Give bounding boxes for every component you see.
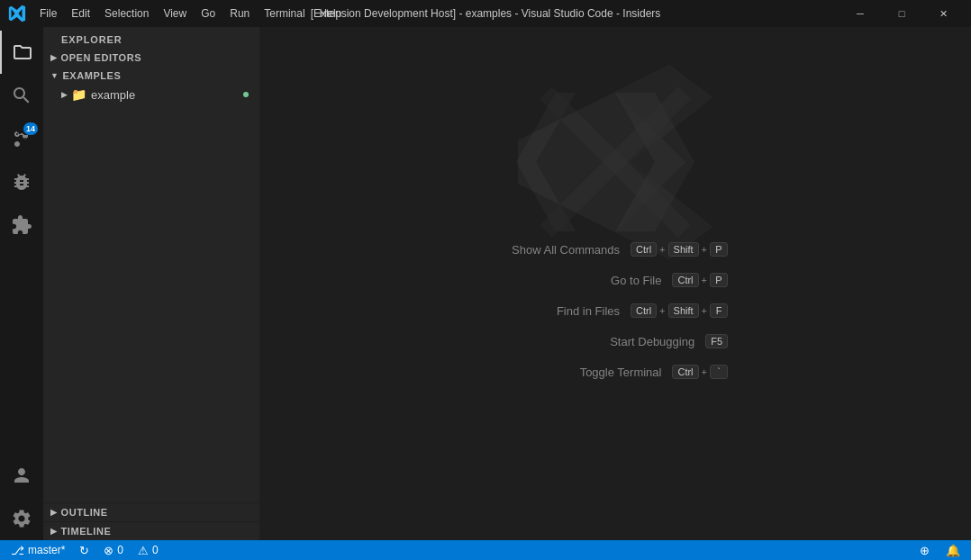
- key-shift-2: Shift: [668, 303, 699, 318]
- key-f5: F5: [705, 334, 728, 348]
- tree-item-example[interactable]: ▶ 📁 example: [43, 85, 259, 104]
- sidebar-section-examples[interactable]: ▼ EXAMPLES: [43, 67, 259, 85]
- shortcut-go-to-file: Go to File Ctrl + P: [503, 273, 728, 287]
- debug-icon: [11, 171, 32, 193]
- activity-item-search[interactable]: [0, 74, 43, 117]
- maximize-button[interactable]: □: [881, 0, 922, 27]
- minimize-button[interactable]: ─: [839, 0, 881, 27]
- key-shift: Shift: [668, 242, 699, 257]
- shortcuts-container: Show All Commands Ctrl + Shift + P Go to…: [503, 242, 728, 379]
- open-editors-label: OPEN EDITORS: [61, 52, 142, 63]
- chevron-right-icon-outline: ▶: [50, 508, 58, 517]
- timeline-label: TIMELINE: [61, 526, 112, 537]
- shortcut-label-toggle-terminal: Toggle Terminal: [544, 366, 661, 379]
- menu-go[interactable]: Go: [194, 4, 222, 23]
- sidebar-bottom: ▶ OUTLINE ▶ TIMELINE: [43, 502, 259, 540]
- shortcut-toggle-terminal: Toggle Terminal Ctrl + `: [503, 365, 728, 379]
- outline-label: OUTLINE: [61, 507, 108, 518]
- menu-selection[interactable]: Selection: [97, 4, 156, 23]
- accounts-icon: [11, 465, 32, 486]
- key-ctrl: Ctrl: [631, 242, 657, 257]
- key-f: F: [710, 303, 728, 318]
- menu-file[interactable]: File: [32, 4, 64, 23]
- shortcut-label-start-debugging: Start Debugging: [577, 335, 694, 348]
- statusbar-remote[interactable]: ⊕: [916, 540, 933, 560]
- branch-label: master*: [28, 544, 65, 556]
- key-ctrl-3: Ctrl: [631, 303, 657, 318]
- editor-logo: [507, 54, 723, 273]
- warning-count: 0: [152, 544, 159, 556]
- shortcut-keys-toggle-terminal: Ctrl + `: [672, 365, 728, 379]
- main-content: 14 EXPLORER ▶: [0, 27, 971, 540]
- search-icon: [11, 85, 32, 106]
- error-icon: ⊗: [104, 544, 113, 557]
- statusbar-sync[interactable]: ↻: [76, 540, 93, 560]
- warning-icon: ⚠: [138, 544, 149, 557]
- key-ctrl-4: Ctrl: [672, 365, 698, 379]
- files-icon: [12, 41, 33, 63]
- example-label: example: [91, 88, 135, 102]
- statusbar-right: ⊕ 🔔: [916, 540, 964, 560]
- explorer-section: ▶ OPEN EDITORS ▼ EXAMPLES ▶ 📁 example: [43, 49, 259, 502]
- menu-edit[interactable]: Edit: [64, 4, 97, 23]
- shortcut-label-go-to-file: Go to File: [544, 274, 661, 287]
- bell-icon: 🔔: [946, 544, 960, 557]
- statusbar-errors[interactable]: ⊗ 0: [100, 540, 127, 560]
- folder-icon: 📁: [71, 87, 86, 102]
- activity-item-extensions[interactable]: [0, 203, 43, 247]
- shortcut-label-show-all: Show All Commands: [503, 243, 620, 257]
- key-p-2: P: [710, 273, 728, 287]
- remote-icon: ⊕: [920, 544, 930, 557]
- sidebar-section-outline[interactable]: ▶ OUTLINE: [43, 502, 259, 521]
- menu-view[interactable]: View: [156, 4, 194, 23]
- modified-indicator: [243, 92, 249, 97]
- shortcut-find-in-files: Find in Files Ctrl + Shift + F: [503, 303, 728, 318]
- sidebar-section-open-editors[interactable]: ▶ OPEN EDITORS: [43, 49, 259, 67]
- chevron-right-icon: ▶: [50, 53, 58, 62]
- statusbar-branch[interactable]: ⎇ master*: [7, 540, 68, 560]
- key-p: P: [710, 242, 728, 257]
- branch-icon: ⎇: [11, 544, 24, 557]
- key-ctrl-2: Ctrl: [672, 273, 698, 287]
- chevron-down-icon: ▼: [50, 71, 59, 80]
- shortcut-keys-find-in-files: Ctrl + Shift + F: [631, 303, 728, 318]
- shortcut-show-all-commands: Show All Commands Ctrl + Shift + P: [503, 242, 728, 257]
- activity-item-source-control[interactable]: 14: [0, 117, 43, 160]
- shortcut-keys-start-debugging: F5: [705, 334, 728, 348]
- shortcut-keys-show-all: Ctrl + Shift + P: [631, 242, 728, 257]
- key-backtick: `: [710, 365, 728, 379]
- statusbar-notifications[interactable]: 🔔: [942, 540, 964, 560]
- statusbar: ⎇ master* ↻ ⊗ 0 ⚠ 0 ⊕ 🔔: [0, 540, 971, 560]
- settings-icon: [11, 508, 32, 529]
- menu-run[interactable]: Run: [222, 4, 257, 23]
- titlebar: File Edit Selection View Go Run Terminal…: [0, 0, 971, 27]
- shortcut-start-debugging: Start Debugging F5: [503, 334, 728, 348]
- titlebar-controls: ─ □ ✕: [839, 0, 964, 27]
- activity-bar: 14: [0, 27, 43, 540]
- expand-arrow-icon: ▶: [61, 90, 68, 99]
- examples-label: EXAMPLES: [62, 70, 121, 81]
- activity-item-debug[interactable]: [0, 160, 43, 203]
- chevron-right-icon-timeline: ▶: [50, 527, 58, 536]
- sidebar-section-timeline[interactable]: ▶ TIMELINE: [43, 521, 259, 540]
- statusbar-left: ⎇ master* ↻ ⊗ 0 ⚠ 0: [7, 540, 162, 560]
- editor-area: Show All Commands Ctrl + Shift + P Go to…: [259, 27, 971, 540]
- close-button[interactable]: ✕: [922, 0, 964, 27]
- shortcut-keys-go-to-file: Ctrl + P: [672, 273, 728, 287]
- activity-item-accounts[interactable]: [0, 454, 43, 497]
- extensions-icon: [11, 214, 32, 236]
- source-control-badge: 14: [23, 122, 38, 135]
- vscode-logo-icon: [7, 4, 27, 23]
- shortcut-label-find-in-files: Find in Files: [503, 304, 620, 318]
- sync-icon: ↻: [79, 544, 89, 557]
- titlebar-left: File Edit Selection View Go Run Terminal…: [7, 4, 349, 23]
- activity-item-settings[interactable]: [0, 497, 43, 540]
- sidebar: EXPLORER ▶ OPEN EDITORS ▼ EXAMPLES ▶ 📁 e…: [43, 27, 259, 540]
- menu-terminal[interactable]: Terminal: [257, 4, 312, 23]
- error-count: 0: [117, 544, 123, 556]
- sidebar-title: EXPLORER: [43, 27, 259, 49]
- statusbar-warnings[interactable]: ⚠ 0: [134, 540, 162, 560]
- window-title: [Extension Development Host] - examples …: [311, 7, 661, 20]
- activity-item-explorer[interactable]: [0, 31, 43, 74]
